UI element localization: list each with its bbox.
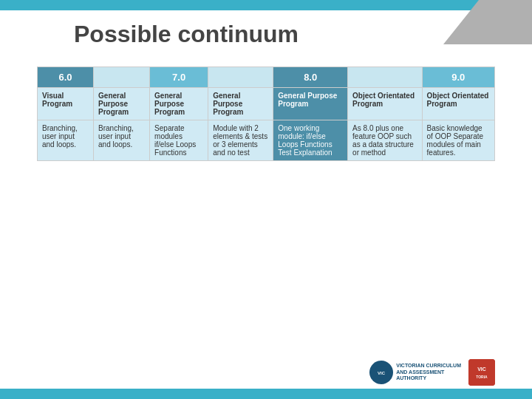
subheader-visual: Visual Program	[38, 88, 94, 120]
header-6: 6.0	[38, 67, 94, 88]
content-oop1: As 8.0 plus one feature OOP such as a da…	[348, 120, 422, 161]
header-blank1	[94, 67, 150, 88]
page-title: Possible continuum	[74, 21, 299, 48]
vcaa-circle: VIC	[369, 361, 393, 384]
svg-text:VIC: VIC	[477, 366, 486, 372]
subheader-oop1: Object Orientated Program	[348, 88, 422, 120]
svg-text:VIC: VIC	[378, 371, 386, 375]
subheader-gpp3: General Purpose Program	[208, 88, 273, 120]
vcaa-text: VICTORIAN CURRICULUMAND ASSESSMENTAUTHOR…	[396, 363, 461, 381]
content-7b: Module with 2 elements & tests or 3 elem…	[208, 120, 273, 161]
header-9: 9.0	[422, 67, 494, 88]
header-row: 6.0 7.0 8.0 9.0	[38, 67, 495, 88]
svg-rect-2	[468, 359, 495, 386]
header-blank2	[208, 67, 273, 88]
subheader-gpp4: General Purpose Program	[273, 88, 348, 120]
top-accent-bar	[0, 0, 532, 10]
bottom-accent-bar	[0, 389, 532, 399]
vcaa-logo: VIC VICTORIAN CURRICULUMAND ASSESSMENTAU…	[369, 361, 461, 384]
continuum-table-container: 6.0 7.0 8.0 9.0 Visual Program General P…	[37, 66, 495, 355]
header-blank3	[348, 67, 422, 88]
subheader-gpp2: General Purpose Program	[150, 88, 208, 120]
content-6b: Branching, user input and loops.	[94, 120, 150, 161]
subheader-row: Visual Program General Purpose Program G…	[38, 88, 495, 120]
content-oop2: Basic knowledge of OOP Separate modules …	[422, 120, 494, 161]
content-7: Separate modules if/else Loops Functions	[150, 120, 208, 161]
subheader-oop2: Object Orientated Program	[422, 88, 494, 120]
header-8: 8.0	[273, 67, 348, 88]
footer-logos: VIC VICTORIAN CURRICULUMAND ASSESSMENTAU…	[369, 359, 495, 386]
victoria-logo: VIC TORIA	[468, 359, 495, 386]
victoria-logo-icon: VIC TORIA	[468, 359, 495, 386]
content-6: Branching, user input and loops.	[38, 120, 94, 161]
continuum-table: 6.0 7.0 8.0 9.0 Visual Program General P…	[37, 66, 495, 161]
header-7: 7.0	[150, 67, 208, 88]
content-row: Branching, user input and loops. Branchi…	[38, 120, 495, 161]
svg-text:TORIA: TORIA	[476, 375, 488, 379]
vcaa-circle-icon: VIC	[374, 365, 389, 380]
subheader-gpp1: General Purpose Program	[94, 88, 150, 120]
content-8: One working module: if/else Loops Functi…	[273, 120, 348, 161]
